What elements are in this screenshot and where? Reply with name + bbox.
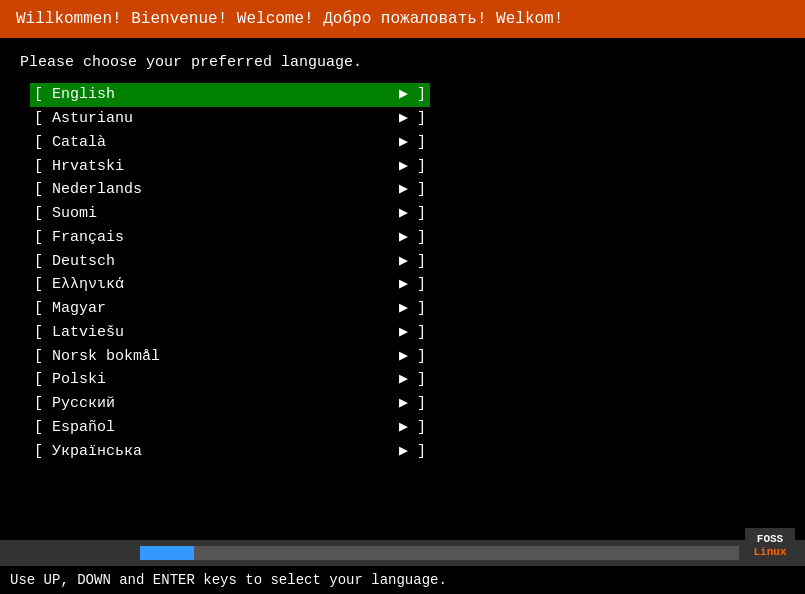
language-item[interactable]: [ Українська▶ ] [30, 440, 430, 464]
language-item[interactable]: [ English▶ ] [30, 83, 430, 107]
language-item[interactable]: [ Nederlands▶ ] [30, 178, 430, 202]
language-item[interactable]: [ Norsk bokmål▶ ] [30, 345, 430, 369]
progress-fill [140, 546, 194, 560]
language-item[interactable]: [ Polski▶ ] [30, 368, 430, 392]
language-item[interactable]: [ Suomi▶ ] [30, 202, 430, 226]
linux-text: Linux [753, 546, 786, 559]
footer-hint: Use UP, DOWN and ENTER keys to select yo… [0, 566, 805, 594]
foss-text: FOSS [757, 533, 783, 546]
language-list: [ English▶ ][ Asturianu▶ ][ Català▶ ][ H… [30, 83, 430, 463]
language-item[interactable]: [ Français▶ ] [30, 226, 430, 250]
progress-area: 1 / 11 [140, 545, 795, 561]
language-item[interactable]: [ Español▶ ] [30, 416, 430, 440]
language-item[interactable]: [ Deutsch▶ ] [30, 250, 430, 274]
language-item[interactable]: [ Ελληνικά▶ ] [30, 273, 430, 297]
language-item[interactable]: [ Hrvatski▶ ] [30, 155, 430, 179]
footer: 1 / 11 FOSS Linux Use UP, DOWN and ENTER… [0, 540, 805, 594]
header-banner: Willkommen! Bienvenue! Welcome! Добро по… [0, 0, 805, 38]
language-item[interactable]: [ Русский▶ ] [30, 392, 430, 416]
language-item[interactable]: [ Asturianu▶ ] [30, 107, 430, 131]
banner-text: Willkommen! Bienvenue! Welcome! Добро по… [16, 10, 563, 28]
main-content: Please choose your preferred language. [… [0, 38, 805, 479]
progress-track [140, 546, 739, 560]
progress-bar-row: 1 / 11 FOSS Linux [0, 540, 805, 566]
foss-linux-badge: FOSS Linux [745, 528, 795, 564]
language-item[interactable]: [ Magyar▶ ] [30, 297, 430, 321]
language-item[interactable]: [ Latviešu▶ ] [30, 321, 430, 345]
prompt-text: Please choose your preferred language. [20, 54, 785, 71]
language-item[interactable]: [ Català▶ ] [30, 131, 430, 155]
